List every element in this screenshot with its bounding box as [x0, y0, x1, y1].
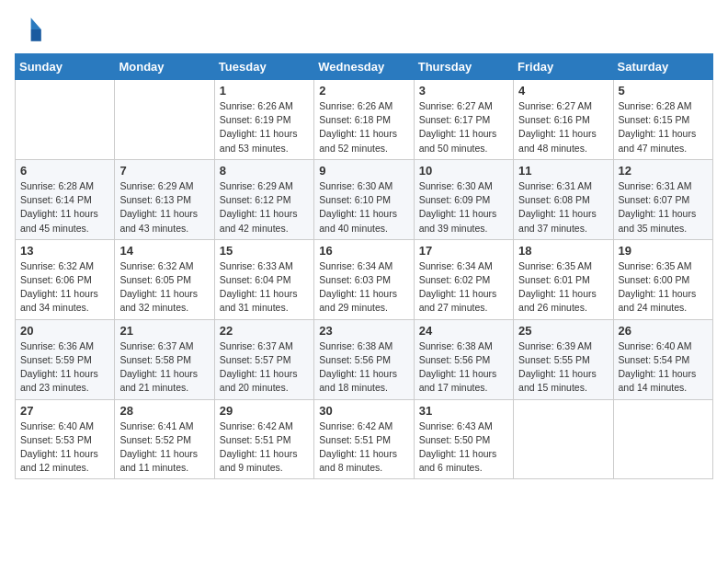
calendar-cell: 8Sunrise: 6:29 AMSunset: 6:12 PMDaylight… — [214, 159, 313, 239]
day-number: 20 — [20, 324, 109, 338]
day-number: 3 — [419, 84, 508, 98]
day-number: 21 — [119, 324, 209, 338]
day-detail: Sunrise: 6:33 AMSunset: 6:04 PMDaylight:… — [220, 259, 309, 316]
calendar-cell: 15Sunrise: 6:33 AMSunset: 6:04 PMDayligh… — [214, 239, 313, 319]
day-detail: Sunrise: 6:28 AMSunset: 6:15 PMDaylight:… — [619, 99, 708, 155]
calendar-cell: 14Sunrise: 6:32 AMSunset: 6:05 PMDayligh… — [115, 239, 214, 319]
calendar-cell — [613, 399, 712, 479]
day-detail: Sunrise: 6:32 AMSunset: 6:06 PMDaylight:… — [20, 259, 109, 316]
calendar-cell: 7Sunrise: 6:29 AMSunset: 6:13 PMDaylight… — [115, 159, 214, 239]
day-detail: Sunrise: 6:39 AMSunset: 5:55 PMDaylight:… — [518, 339, 608, 396]
day-detail: Sunrise: 6:35 AMSunset: 6:00 PMDaylight:… — [619, 259, 708, 316]
calendar-week-row: 6Sunrise: 6:28 AMSunset: 6:14 PMDaylight… — [16, 159, 713, 239]
day-number: 24 — [419, 324, 508, 338]
day-number: 9 — [319, 164, 408, 178]
day-detail: Sunrise: 6:41 AMSunset: 5:52 PMDaylight:… — [119, 419, 209, 476]
calendar-day-header: Monday — [115, 54, 214, 80]
calendar-cell: 5Sunrise: 6:28 AMSunset: 6:15 PMDaylight… — [613, 80, 712, 160]
calendar-cell: 19Sunrise: 6:35 AMSunset: 6:00 PMDayligh… — [613, 239, 712, 319]
calendar-cell — [514, 399, 613, 479]
day-number: 29 — [220, 404, 309, 418]
calendar-cell — [16, 80, 115, 160]
logo-icon — [15, 15, 44, 44]
calendar-cell — [115, 80, 214, 160]
calendar-cell: 17Sunrise: 6:34 AMSunset: 6:02 PMDayligh… — [414, 239, 513, 319]
day-detail: Sunrise: 6:26 AMSunset: 6:18 PMDaylight:… — [319, 99, 408, 155]
calendar-week-row: 1Sunrise: 6:26 AMSunset: 6:19 PMDaylight… — [16, 80, 713, 160]
calendar-day-header: Thursday — [414, 54, 513, 80]
page-header — [15, 15, 713, 44]
day-detail: Sunrise: 6:37 AMSunset: 5:57 PMDaylight:… — [220, 339, 309, 396]
day-number: 11 — [518, 164, 608, 178]
logo — [15, 15, 48, 44]
day-number: 13 — [20, 244, 109, 258]
day-detail: Sunrise: 6:29 AMSunset: 6:13 PMDaylight:… — [119, 179, 209, 236]
calendar-cell: 30Sunrise: 6:42 AMSunset: 5:51 PMDayligh… — [314, 399, 414, 479]
day-detail: Sunrise: 6:28 AMSunset: 6:14 PMDaylight:… — [20, 179, 109, 236]
day-detail: Sunrise: 6:37 AMSunset: 5:58 PMDaylight:… — [119, 339, 209, 396]
calendar-cell: 24Sunrise: 6:38 AMSunset: 5:56 PMDayligh… — [414, 319, 513, 399]
day-number: 5 — [619, 84, 708, 98]
day-number: 4 — [518, 84, 608, 98]
svg-marker-1 — [31, 29, 41, 41]
day-number: 16 — [319, 244, 408, 258]
calendar-day-header: Friday — [514, 54, 613, 80]
day-number: 19 — [619, 244, 708, 258]
day-detail: Sunrise: 6:36 AMSunset: 5:59 PMDaylight:… — [20, 339, 109, 396]
day-number: 15 — [220, 244, 309, 258]
day-detail: Sunrise: 6:31 AMSunset: 6:07 PMDaylight:… — [619, 179, 708, 236]
day-detail: Sunrise: 6:26 AMSunset: 6:19 PMDaylight:… — [220, 99, 309, 155]
calendar-cell: 25Sunrise: 6:39 AMSunset: 5:55 PMDayligh… — [514, 319, 613, 399]
calendar-cell: 26Sunrise: 6:40 AMSunset: 5:54 PMDayligh… — [613, 319, 712, 399]
calendar-week-row: 13Sunrise: 6:32 AMSunset: 6:06 PMDayligh… — [16, 239, 713, 319]
calendar-cell: 20Sunrise: 6:36 AMSunset: 5:59 PMDayligh… — [16, 319, 115, 399]
calendar-week-row: 27Sunrise: 6:40 AMSunset: 5:53 PMDayligh… — [16, 399, 713, 479]
day-number: 2 — [319, 84, 408, 98]
calendar-day-header: Wednesday — [314, 54, 414, 80]
calendar-cell: 23Sunrise: 6:38 AMSunset: 5:56 PMDayligh… — [314, 319, 414, 399]
day-number: 12 — [619, 164, 708, 178]
day-detail: Sunrise: 6:29 AMSunset: 6:12 PMDaylight:… — [220, 179, 309, 236]
calendar-cell: 27Sunrise: 6:40 AMSunset: 5:53 PMDayligh… — [16, 399, 115, 479]
day-number: 25 — [518, 324, 608, 338]
day-number: 23 — [319, 324, 408, 338]
day-number: 1 — [220, 84, 309, 98]
calendar-cell: 10Sunrise: 6:30 AMSunset: 6:09 PMDayligh… — [414, 159, 513, 239]
calendar-week-row: 20Sunrise: 6:36 AMSunset: 5:59 PMDayligh… — [16, 319, 713, 399]
day-detail: Sunrise: 6:38 AMSunset: 5:56 PMDaylight:… — [419, 339, 508, 396]
day-detail: Sunrise: 6:30 AMSunset: 6:09 PMDaylight:… — [419, 179, 508, 236]
calendar-cell: 29Sunrise: 6:42 AMSunset: 5:51 PMDayligh… — [214, 399, 313, 479]
day-number: 7 — [119, 164, 209, 178]
day-number: 10 — [419, 164, 508, 178]
day-detail: Sunrise: 6:40 AMSunset: 5:53 PMDaylight:… — [20, 419, 109, 476]
day-detail: Sunrise: 6:27 AMSunset: 6:17 PMDaylight:… — [419, 99, 508, 155]
day-detail: Sunrise: 6:32 AMSunset: 6:05 PMDaylight:… — [119, 259, 209, 316]
day-number: 22 — [220, 324, 309, 338]
day-number: 8 — [220, 164, 309, 178]
day-number: 18 — [518, 244, 608, 258]
calendar-day-header: Sunday — [16, 54, 115, 80]
day-number: 14 — [119, 244, 209, 258]
calendar-cell: 11Sunrise: 6:31 AMSunset: 6:08 PMDayligh… — [514, 159, 613, 239]
calendar-cell: 21Sunrise: 6:37 AMSunset: 5:58 PMDayligh… — [115, 319, 214, 399]
calendar-cell: 16Sunrise: 6:34 AMSunset: 6:03 PMDayligh… — [314, 239, 414, 319]
calendar-cell: 28Sunrise: 6:41 AMSunset: 5:52 PMDayligh… — [115, 399, 214, 479]
calendar-cell: 18Sunrise: 6:35 AMSunset: 6:01 PMDayligh… — [514, 239, 613, 319]
calendar-header-row: SundayMondayTuesdayWednesdayThursdayFrid… — [16, 54, 713, 80]
calendar-cell: 4Sunrise: 6:27 AMSunset: 6:16 PMDaylight… — [514, 80, 613, 160]
svg-marker-0 — [31, 17, 41, 29]
day-number: 30 — [319, 404, 408, 418]
calendar-day-header: Saturday — [613, 54, 712, 80]
day-number: 31 — [419, 404, 508, 418]
day-number: 28 — [119, 404, 209, 418]
calendar-table: SundayMondayTuesdayWednesdayThursdayFrid… — [15, 53, 713, 479]
day-detail: Sunrise: 6:40 AMSunset: 5:54 PMDaylight:… — [619, 339, 708, 396]
day-detail: Sunrise: 6:42 AMSunset: 5:51 PMDaylight:… — [319, 419, 408, 476]
day-number: 17 — [419, 244, 508, 258]
day-detail: Sunrise: 6:34 AMSunset: 6:02 PMDaylight:… — [419, 259, 508, 316]
calendar-cell: 12Sunrise: 6:31 AMSunset: 6:07 PMDayligh… — [613, 159, 712, 239]
calendar-cell: 6Sunrise: 6:28 AMSunset: 6:14 PMDaylight… — [16, 159, 115, 239]
day-detail: Sunrise: 6:42 AMSunset: 5:51 PMDaylight:… — [220, 419, 309, 476]
day-detail: Sunrise: 6:38 AMSunset: 5:56 PMDaylight:… — [319, 339, 408, 396]
day-number: 27 — [20, 404, 109, 418]
